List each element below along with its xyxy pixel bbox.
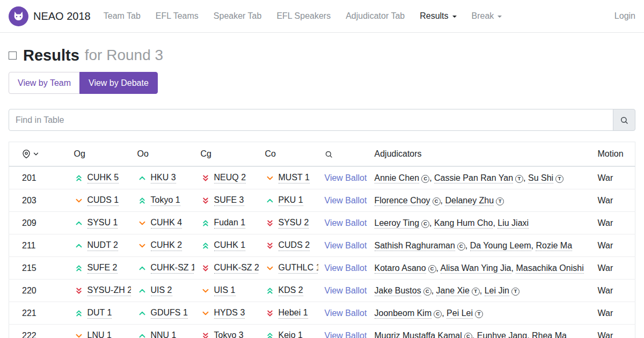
adjudicator-name[interactable]: Sathish Raghuraman [375,241,455,251]
team-name[interactable]: CUHK 5 [87,173,119,183]
adjudicators-column-header[interactable]: Adjudicators [368,142,591,167]
adjudicator-name[interactable]: Jake Bustos [375,286,421,296]
ballot-column-header[interactable] [318,142,368,167]
team-name[interactable]: SUFE 2 [87,263,118,274]
nav-item-adjudicator-tab[interactable]: Adjudicator Tab [338,6,412,26]
team-name[interactable]: CUDS 2 [279,240,310,251]
view-by-debate-button[interactable]: View by Debate [79,72,158,94]
nav-item-efl-teams[interactable]: EFL Teams [148,6,206,26]
results-table: Og Oo Cg Co Adjudicators Motion 201 CUHK… [9,142,635,338]
nav-item-efl-speakers[interactable]: EFL Speakers [269,6,338,26]
adjudicator-name[interactable]: Rozie Ma [536,241,572,251]
team-name[interactable]: NUDT 2 [87,240,119,251]
team-cell: HYDS 3 [201,308,252,319]
team-name[interactable]: MUST 1 [279,173,310,183]
team-name[interactable]: LNU 1 [87,330,112,338]
team-name[interactable]: DUT 1 [87,308,112,319]
adjudicator-name[interactable]: Lei Jin [485,286,509,296]
team-name[interactable]: NEUQ 2 [214,173,246,183]
view-ballot-link[interactable]: View Ballot [325,263,367,273]
team-cell: HKU 3 [137,173,188,183]
adjudicator-name[interactable]: Leeroy Ting [375,218,420,229]
team-name[interactable]: KDS 2 [279,285,303,296]
page-title: Results [23,47,79,64]
oo-column-header[interactable]: Oo [131,142,194,167]
team-name[interactable]: UIS 2 [151,285,172,296]
nav-item-speaker-tab[interactable]: Speaker Tab [206,6,269,26]
adjudicator-name[interactable]: Florence Choy [375,196,430,206]
team-name[interactable]: HKU 3 [151,173,176,183]
trainee-icon: T [555,175,564,183]
co-column-header[interactable]: Co [259,142,318,167]
team-name[interactable]: GDUFS 1 [151,308,188,319]
brand-name: NEAO 2018 [33,10,91,23]
team-cell: CUHK 5 [74,173,125,183]
adjudicator-name[interactable]: Pei Lei [447,308,473,319]
cg-column-header[interactable]: Cg [194,142,259,167]
ballot-search-icon [325,150,362,158]
team-name[interactable]: Hebei 1 [279,308,308,319]
view-ballot-link[interactable]: View Ballot [325,286,367,295]
room-number: 211 [9,234,68,257]
adjudicator-name[interactable]: Joonbeom Kim [375,308,432,319]
team-cell: Tokyo 1 [137,195,188,206]
view-ballot-link[interactable]: View Ballot [325,241,367,250]
adjudicator-name[interactable]: Alisa Wan Ying Jia [441,263,511,274]
brand[interactable]: NEAO 2018 [9,6,91,26]
adjudicator-name[interactable]: Da Young Leem [470,241,531,251]
chair-icon: C [421,220,429,228]
adjudicator-name[interactable]: Muqriz Mustaffa Kamal [375,331,462,338]
view-ballot-link[interactable]: View Ballot [325,196,367,205]
adjudicator-name[interactable]: Liu Jiaxi [497,218,529,229]
adjudicator-name[interactable]: Eunhye Jang [477,331,527,338]
team-cell: CUHK 2 [137,240,188,251]
view-ballot-link[interactable]: View Ballot [325,218,367,227]
team-name[interactable]: CUHK-SZ 2 [214,263,259,274]
team-name[interactable]: HYDS 3 [214,308,245,319]
adjudicator-name[interactable]: Kang Hum Cho [434,218,493,229]
team-name[interactable]: Fudan 1 [214,218,246,229]
team-name[interactable]: PKU 1 [279,195,303,206]
chevrons-up-icon [265,286,275,296]
og-column-header[interactable]: Og [68,142,131,167]
adjudicator-name[interactable]: Rhea Ma [532,331,567,338]
team-name[interactable]: SYSU-ZH 2 [87,285,131,296]
search-button[interactable] [613,109,635,131]
team-name[interactable]: CUHK 1 [214,240,246,251]
team-name[interactable]: UIS 1 [214,285,236,296]
adjudicator-name[interactable]: Masachika Onishi [516,263,583,274]
team-name[interactable]: CUHK 4 [151,218,182,229]
team-name[interactable]: SYSU 1 [87,218,118,229]
search-input[interactable] [9,109,613,131]
trainee-icon: T [496,197,504,205]
adjudicator-name[interactable]: Annie Chen [375,173,420,183]
nav-item-results[interactable]: Results [412,6,464,26]
team-name[interactable]: NNU 1 [151,330,177,338]
adjudicator-name[interactable]: Su Shi [528,173,553,183]
nav-item-break[interactable]: Break [464,6,510,26]
view-ballot-link[interactable]: View Ballot [325,331,367,338]
chevron-up-icon [137,173,147,183]
team-cell: Tokyo 3 [201,330,252,338]
team-name[interactable]: CUDS 1 [87,195,119,206]
team-name[interactable]: Tokyo 3 [214,330,244,338]
view-by-team-button[interactable]: View by Team [9,72,80,94]
venue-column-header[interactable] [9,142,68,167]
adjudicator-name[interactable]: Jane Xie [436,286,470,296]
adjudicator-name[interactable]: Delaney Zhu [445,196,494,206]
login-link[interactable]: Login [614,11,635,21]
team-name[interactable]: GUTHLC 1 [279,263,318,274]
team-name[interactable]: Keio 1 [279,330,303,338]
team-name[interactable]: Tokyo 1 [151,195,180,206]
view-ballot-link[interactable]: View Ballot [325,173,367,182]
motion-column-header[interactable]: Motion [591,142,635,167]
team-name[interactable]: SUFE 3 [214,195,244,206]
nav-item-team-tab[interactable]: Team Tab [96,6,148,26]
team-name[interactable]: CUHK-SZ 1 [151,263,194,274]
view-ballot-link[interactable]: View Ballot [325,308,367,318]
team-name[interactable]: SYSU 2 [279,218,309,229]
room-number: 222 [9,325,68,338]
adjudicator-name[interactable]: Cassie Pan Ran Yan [434,173,513,183]
team-name[interactable]: CUHK 2 [151,240,182,251]
adjudicator-name[interactable]: Kotaro Asano [375,263,426,274]
